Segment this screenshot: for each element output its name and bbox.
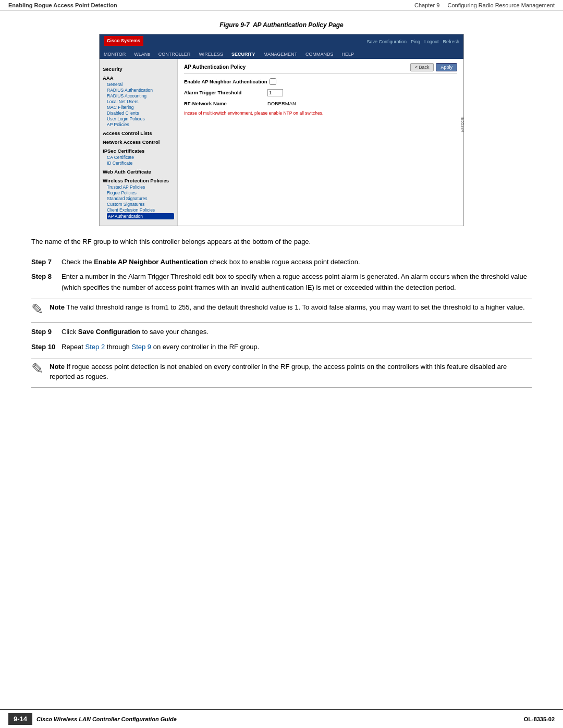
nav-controller[interactable]: CONTROLLER: [158, 52, 191, 57]
step-10-content: Repeat Step 2 through Step 9 on every co…: [62, 342, 532, 353]
step-8-row: Step 8 Enter a number in the Alarm Trigg…: [0, 272, 563, 293]
save-config-link[interactable]: Save Configuration: [366, 39, 407, 44]
divider-2: [31, 387, 532, 388]
nav-commands[interactable]: COMMANDS: [305, 52, 334, 57]
sidebar-item-mac-filtering[interactable]: MAC Filtering: [107, 105, 174, 110]
page-number: 9-14: [8, 713, 32, 725]
cisco-content: Security AAA General RADIUS Authenticati…: [100, 59, 463, 226]
sidebar-item-ca-cert[interactable]: CA Certificate: [107, 155, 174, 160]
page-footer: 9-14 Cisco Wireless LAN Controller Confi…: [0, 709, 563, 728]
cisco-main-panel: AP Authentication Policy < Back Apply En…: [178, 59, 463, 226]
sidebar-item-rogue-policies[interactable]: Rogue Policies: [107, 190, 174, 195]
footer-left: 9-14 Cisco Wireless LAN Controller Confi…: [8, 713, 177, 725]
nav-management[interactable]: MANAGEMENT: [263, 52, 297, 57]
note-box-2: ✎ Note If rogue access point detection i…: [31, 358, 532, 382]
sidebar-item-custom-signatures[interactable]: Custom Signatures: [107, 202, 174, 207]
step-9-label: Step 9: [31, 327, 57, 338]
step-7-row: Step 7 Check the Enable AP Neighbor Auth…: [0, 257, 563, 268]
cisco-navbar[interactable]: MONITOR WLANs CONTROLLER WIRELESS SECURI…: [100, 50, 463, 59]
nav-help[interactable]: HELP: [341, 52, 354, 57]
step-8-content: Enter a number in the Alarm Trigger Thre…: [62, 272, 532, 293]
step-7-label: Step 7: [31, 257, 57, 268]
figure-id: IE55384: [461, 117, 466, 132]
nav-wireless[interactable]: WIRELESS: [199, 52, 223, 57]
note-icon-2: ✎: [31, 362, 43, 382]
chapter-title: Configuring Radio Resource Management: [448, 2, 555, 8]
sidebar-item-radius-acct[interactable]: RADIUS Accounting: [107, 93, 174, 98]
step-9-row: Step 9 Click Save Configuration to save …: [0, 327, 563, 338]
sidebar-nac-title: Network Access Control: [103, 139, 174, 145]
sidebar-webauth-title: Web Auth Certificate: [103, 169, 174, 175]
neighbor-auth-checkbox[interactable]: [270, 78, 276, 85]
cisco-topbar: Cisco Systems Save Configuration Ping Lo…: [100, 34, 463, 50]
sidebar-item-disabled-clients[interactable]: Disabled Clients: [107, 110, 174, 116]
sidebar-wireless-protection-title: Wireless Protection Policies: [103, 178, 174, 183]
logout-link[interactable]: Logout: [424, 39, 439, 44]
chapter-label: Chapter 9 Configuring Radio Resource Man…: [414, 2, 555, 8]
back-button[interactable]: < Back: [410, 63, 434, 71]
note-1-label: Note: [50, 303, 65, 311]
section-label: Enabling Rogue Access Point Detection: [8, 2, 117, 8]
doc-intro: The name of the RF group to which this c…: [0, 231, 563, 257]
action-buttons: < Back Apply: [410, 63, 457, 71]
sidebar-item-radius-auth[interactable]: RADIUS Authentication: [107, 88, 174, 93]
note-2-text: If rogue access point detection is not e…: [50, 363, 507, 381]
step-7-content: Check the Enable AP Neighbor Authenticat…: [62, 257, 532, 268]
figure-section: Figure 9-7 AP Authentication Policy Page…: [0, 11, 563, 231]
note-1-body: Note The valid threshold range is from1 …: [50, 302, 525, 317]
main-header: AP Authentication Policy < Back Apply: [184, 63, 457, 74]
cisco-sidebar: Security AAA General RADIUS Authenticati…: [100, 59, 178, 226]
cisco-logo: Cisco Systems: [107, 38, 140, 44]
step-8-label: Step 8: [31, 272, 57, 293]
form-row-neighbor-auth: Enable AP Neighbor Authentication: [184, 78, 457, 85]
step-10-label: Step 10: [31, 342, 57, 353]
sidebar-item-ap-auth[interactable]: AP Authentication: [107, 213, 174, 219]
rf-network-label: RF-Network Name: [184, 101, 267, 106]
nav-security[interactable]: SECURITY: [231, 52, 255, 57]
sidebar-item-id-cert[interactable]: ID Certificate: [107, 161, 174, 166]
cisco-logo-area: Cisco Systems: [104, 36, 143, 46]
sidebar-item-general[interactable]: General: [107, 82, 174, 87]
nav-wlans[interactable]: WLANs: [134, 52, 150, 57]
neighbor-auth-label: Enable AP Neighbor Authentication: [184, 79, 267, 84]
rf-network-value: DOBERMAN: [267, 101, 296, 106]
step9-link[interactable]: Step 9: [131, 343, 151, 351]
note-2-label: Note: [50, 363, 65, 371]
intro-paragraph: The name of the RF group to which this c…: [31, 237, 532, 248]
refresh-link[interactable]: Refresh: [443, 39, 459, 44]
cisco-ui-screenshot: Cisco Systems Save Configuration Ping Lo…: [99, 34, 464, 226]
apply-button[interactable]: Apply: [436, 63, 457, 71]
ping-link[interactable]: Ping: [411, 39, 420, 44]
nav-monitor[interactable]: MONITOR: [104, 52, 126, 57]
divider-1: [31, 322, 532, 323]
sidebar-acl-title: Access Control Lists: [103, 130, 174, 136]
step2-link[interactable]: Step 2: [85, 343, 105, 351]
footer-doc-number: OL-8335-02: [524, 716, 555, 722]
step-9-content: Click Save Configuration to save your ch…: [62, 327, 532, 338]
sidebar-aaa-title: AAA: [103, 75, 174, 81]
note-1-text: The valid threshold range is from1 to 25…: [66, 303, 524, 311]
note-box-1: ✎ Note The valid threshold range is from…: [31, 299, 532, 317]
page-title: AP Authentication Policy: [184, 64, 246, 70]
note-icon-1: ✎: [31, 302, 43, 317]
step-10-row: Step 10 Repeat Step 2 through Step 9 on …: [0, 342, 563, 353]
figure-caption: Figure 9-7 AP Authentication Policy Page: [31, 21, 532, 29]
form-row-rf-network: RF-Network Name DOBERMAN: [184, 101, 457, 106]
footer-title: Cisco Wireless LAN Controller Configurat…: [36, 716, 177, 722]
topbar-links[interactable]: Save Configuration Ping Logout Refresh: [366, 39, 459, 44]
cisco-note-ntp: Incase of multi-switch environment, plea…: [184, 110, 366, 116]
sidebar-item-std-signatures[interactable]: Standard Signatures: [107, 196, 174, 201]
sidebar-item-local-net-users[interactable]: Local Net Users: [107, 99, 174, 104]
sidebar-item-client-exclusion[interactable]: Client Exclusion Policies: [107, 207, 174, 213]
page-header: Enabling Rogue Access Point Detection Ch…: [0, 0, 563, 11]
alarm-threshold-label: Alarm Trigger Threshold: [184, 90, 267, 95]
sidebar-ipsec-title: IPSec Certificates: [103, 148, 174, 154]
sidebar-item-trusted-ap[interactable]: Trusted AP Policies: [107, 184, 174, 190]
form-row-alarm-threshold: Alarm Trigger Threshold: [184, 89, 457, 96]
sidebar-security-label: Security: [103, 66, 174, 72]
sidebar-item-user-login[interactable]: User Login Policies: [107, 116, 174, 121]
alarm-threshold-input[interactable]: [267, 89, 283, 96]
sidebar-item-ap-policies[interactable]: AP Policies: [107, 122, 174, 127]
chapter-number: Chapter 9: [414, 2, 439, 8]
note-2-body: Note If rogue access point detection is …: [50, 362, 532, 382]
